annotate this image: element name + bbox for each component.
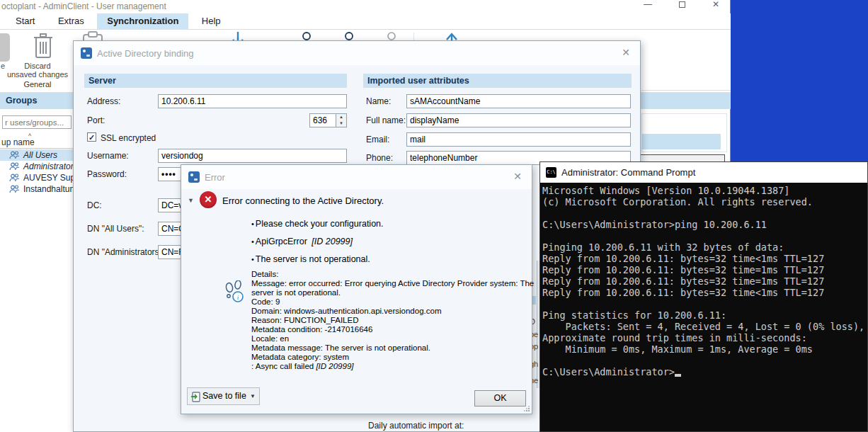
error-id: [ID 20999] [312, 237, 353, 246]
group-row-label: Instandhaltung [23, 184, 73, 194]
window-title: octoplant - AdminClient - User managemen… [1, 1, 166, 11]
phone-label: Phone: [366, 153, 393, 163]
search-input[interactable] [2, 115, 72, 129]
group-row-auvesy-support[interactable]: AUVESY Suppo [0, 172, 73, 183]
discard-changes-label: Discard unsaved changes [0, 62, 75, 79]
cmd-icon: C:\ [546, 167, 556, 178]
error-bullet-2: •ApiGrpcError [ID 20999] [251, 237, 353, 246]
ssl-label: SSL encrypted [101, 133, 156, 143]
address-label: Address: [87, 96, 120, 106]
save-to-file-label: Save to file [202, 391, 246, 401]
desktop: octoplant - AdminClient - User managemen… [0, 0, 868, 432]
menu-item-extras[interactable]: Extras [48, 13, 94, 30]
group-row-all-users[interactable]: All Users [0, 149, 73, 161]
dn-all-users-label: DN "All Users": [87, 224, 144, 234]
maximize-button[interactable] [670, 0, 694, 11]
password-label: Password: [87, 169, 127, 179]
error-dialog-titlebar: Error ✕ [181, 165, 532, 189]
menu-item-start[interactable]: Start [6, 13, 45, 30]
trash-icon [31, 32, 55, 60]
dc-label: DC: [87, 200, 102, 210]
group-row-administrators[interactable]: Administrators [0, 161, 73, 172]
save-file-icon [190, 391, 201, 403]
error-details-async-line: : Async call failed [ID 20999] [251, 362, 353, 370]
error-dialog: Error ✕ ▼ ✕ Error connecting to the Acti… [181, 164, 532, 414]
menu-bar: Start Extras Synchronization Help [0, 13, 731, 30]
username-label: Username: [87, 151, 129, 161]
right-panel-edge [641, 90, 731, 91]
port-label: Port: [87, 115, 105, 125]
group-name-column-header[interactable]: up name [0, 137, 73, 149]
group-icon [9, 174, 20, 182]
email-label: Email: [366, 135, 389, 144]
username-field[interactable]: versiondog [158, 149, 347, 163]
ok-button[interactable]: OK [474, 390, 526, 407]
group-row-label: All Users [23, 150, 57, 160]
collapse-arrow-icon[interactable]: ▼ [188, 197, 194, 204]
app-icon [188, 171, 200, 183]
group-icon [9, 185, 20, 193]
ad-dialog-titlebar: Active Directory binding ✕ [74, 41, 640, 65]
cmd-title: Administrator: Command Prompt [561, 167, 695, 178]
name-label: Name: [366, 96, 391, 106]
error-dialog-title: Error [205, 172, 225, 183]
discard-changes-button[interactable] [31, 32, 55, 60]
console-cursor [675, 368, 681, 377]
ad-dialog-title: Active Directory binding [97, 48, 194, 59]
cmd-titlebar: C:\ Administrator: Command Prompt [540, 162, 867, 183]
minimize-button[interactable]: — [636, 0, 660, 11]
address-field[interactable]: 10.200.6.11 [158, 94, 347, 108]
close-icon[interactable]: ✕ [622, 47, 630, 58]
error-headline: Error connecting to the Active Directory… [222, 195, 384, 206]
group-row-label: AUVESY Suppo [23, 173, 73, 183]
port-spinner[interactable]: ▲▼ [336, 114, 346, 127]
app-icon [81, 47, 92, 59]
menu-item-synchronization[interactable]: Synchronization [97, 13, 188, 30]
cut-off-toolbar-icon[interactable] [0, 33, 10, 62]
attributes-section-header: Imported user attributes [363, 74, 632, 88]
menu-item-help[interactable]: Help [192, 13, 231, 30]
resize-grip[interactable] [524, 406, 530, 411]
dn-administrators-label: DN "Administrators": [87, 247, 164, 257]
command-prompt-window: C:\ Administrator: Command Prompt Micros… [539, 161, 868, 432]
fullname-field[interactable]: displayName [406, 113, 631, 127]
email-field[interactable]: mail [406, 132, 631, 147]
console-output[interactable]: Microsoft Windows [Version 10.0.19044.13… [542, 185, 867, 431]
ssl-checkbox[interactable]: ✓ [87, 132, 96, 142]
server-section-header: Server [84, 74, 347, 88]
name-field[interactable]: sAMAccountName [406, 94, 631, 108]
sort-ascending-icon: ^ [28, 132, 31, 140]
details-trace-icon: i [224, 280, 246, 305]
close-icon[interactable]: ✕ [513, 171, 522, 182]
fullname-label: Full name: [366, 115, 406, 125]
save-to-file-button[interactable]: Save to file ▼ [187, 387, 260, 405]
error-icon: ✕ [200, 191, 217, 208]
dropdown-arrow-icon[interactable]: ▼ [250, 393, 256, 399]
toolbar-group-general: General [0, 80, 75, 89]
port-field[interactable]: 636 ▲▼ [309, 113, 347, 127]
error-bullet-1: •Please check your configuration. [251, 219, 384, 229]
group-icon [9, 151, 20, 159]
group-icon [9, 162, 20, 171]
daily-import-label: Daily automatic import at: [368, 421, 464, 431]
group-row-label: Administrators [23, 161, 73, 171]
maximize-icon [679, 1, 685, 8]
right-panel-section-band [641, 134, 721, 149]
close-button[interactable]: ✕ [704, 0, 728, 11]
error-bullet-3: •The server is not operational. [251, 254, 370, 264]
groups-header-label: Groups [0, 96, 37, 106]
error-details: Details: Message: error occurred: Error … [251, 270, 549, 362]
group-row-instandhaltung[interactable]: Instandhaltung [0, 183, 73, 195]
